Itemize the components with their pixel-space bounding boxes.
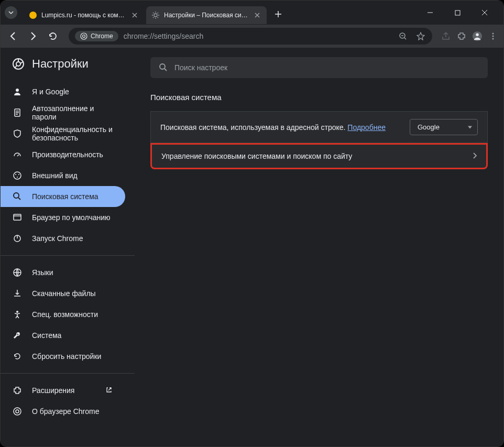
- svg-point-16: [15, 174, 16, 175]
- sidebar-item-performance[interactable]: Производительность: [1, 144, 125, 165]
- tab-title: Настройки – Поисковая систем: [164, 12, 249, 19]
- search-settings-bar[interactable]: [150, 57, 488, 78]
- forward-button[interactable]: [26, 29, 40, 43]
- tabs-dropdown[interactable]: [5, 6, 17, 19]
- svg-point-0: [29, 12, 37, 19]
- svg-rect-2: [455, 10, 460, 15]
- palette-icon: [12, 170, 23, 181]
- sidebar-item-autofill[interactable]: Автозаполнение и пароли: [1, 102, 125, 123]
- new-tab-button[interactable]: [271, 7, 286, 21]
- sidebar-item-system[interactable]: Система: [1, 325, 125, 346]
- main-content: Поисковая система Поисковая система, исп…: [135, 48, 503, 446]
- search-engine-row: Поисковая система, используемая в адресн…: [150, 111, 488, 143]
- search-icon: [12, 191, 23, 202]
- svg-rect-20: [14, 214, 21, 220]
- settings-header: Настройки: [1, 57, 135, 81]
- svg-point-17: [18, 174, 19, 175]
- tab-settings[interactable]: Настройки – Поисковая систем: [146, 6, 267, 24]
- window-maximize[interactable]: [447, 4, 468, 21]
- svg-point-8: [492, 33, 494, 35]
- sidebar-item-search-engine[interactable]: Поисковая система: [1, 186, 125, 207]
- search-settings-input[interactable]: [174, 63, 479, 72]
- svg-point-25: [16, 410, 19, 413]
- chevron-down-icon: [8, 10, 14, 15]
- chrome-logo-icon: [12, 58, 25, 70]
- svg-point-15: [14, 172, 21, 179]
- separator: [1, 373, 135, 374]
- sidebar-item-downloads[interactable]: Скачанные файлы: [1, 283, 125, 304]
- svg-point-12: [16, 62, 20, 66]
- download-icon: [12, 288, 23, 299]
- extensions-icon[interactable]: [456, 31, 467, 41]
- favicon-lumpics: [29, 11, 37, 19]
- sidebar-item-privacy[interactable]: Конфиденциальность и безопасность: [1, 123, 125, 144]
- svg-point-18: [17, 177, 18, 178]
- svg-point-1: [154, 14, 157, 17]
- section-title: Поисковая система: [150, 93, 488, 102]
- settings-title: Настройки: [32, 57, 89, 71]
- svg-point-7: [476, 34, 478, 36]
- chevron-right-icon: [473, 152, 477, 160]
- url-text: chrome://settings/search: [124, 32, 392, 40]
- sidebar-item-about[interactable]: О браузере Chrome: [1, 401, 125, 422]
- sidebar: Настройки Я и Google Автозаполнение и па…: [1, 48, 135, 446]
- share-icon[interactable]: [441, 31, 451, 41]
- svg-point-4: [83, 35, 85, 38]
- row-text: Поисковая система, используемая в адресн…: [160, 123, 399, 132]
- plus-icon: [275, 10, 282, 18]
- puzzle-icon: [12, 385, 23, 396]
- sidebar-item-reset[interactable]: Сбросить настройки: [1, 346, 125, 367]
- sidebar-item-languages[interactable]: Языки: [1, 262, 125, 283]
- address-bar[interactable]: Chrome chrome://settings/search: [69, 28, 432, 45]
- profile-icon[interactable]: [472, 31, 483, 41]
- wrench-icon: [12, 330, 23, 341]
- external-link-icon: [105, 386, 114, 395]
- reset-icon: [12, 351, 23, 362]
- sidebar-item-accessibility[interactable]: Спец. возможности: [1, 304, 125, 325]
- zoom-icon[interactable]: [398, 31, 408, 41]
- chrome-icon: [80, 32, 87, 40]
- chrome-chip: Chrome: [75, 31, 118, 41]
- globe-icon: [12, 267, 23, 278]
- shield-icon: [12, 128, 23, 139]
- tab-title: Lumpics.ru - помощь с компью: [41, 12, 126, 19]
- speedometer-icon: [12, 149, 23, 160]
- window-close[interactable]: [474, 4, 495, 21]
- svg-point-19: [14, 193, 19, 198]
- sidebar-item-you-and-google[interactable]: Я и Google: [1, 81, 125, 102]
- browser-icon: [12, 212, 23, 223]
- search-icon: [159, 63, 168, 72]
- svg-point-3: [81, 33, 87, 39]
- accessibility-icon: [12, 309, 23, 320]
- manage-search-engines-row[interactable]: Управление поисковыми системами и поиско…: [150, 143, 488, 169]
- clipboard-icon: [12, 107, 23, 118]
- svg-point-10: [492, 38, 494, 40]
- titlebar: Lumpics.ru - помощь с компью Настройки –…: [1, 1, 503, 25]
- close-icon[interactable]: [253, 11, 261, 19]
- reload-button[interactable]: [46, 29, 60, 43]
- row-text: Управление поисковыми системами и поиско…: [161, 152, 466, 160]
- svg-point-24: [14, 408, 21, 415]
- tab-lumpics[interactable]: Lumpics.ru - помощь с компью: [24, 6, 144, 24]
- back-button[interactable]: [6, 29, 20, 43]
- window-minimize[interactable]: [420, 4, 441, 21]
- sidebar-item-extensions[interactable]: Расширения: [1, 380, 125, 401]
- toolbar: Chrome chrome://settings/search: [1, 25, 503, 48]
- sidebar-item-startup[interactable]: Запуск Chrome: [1, 228, 125, 249]
- menu-icon[interactable]: [488, 31, 498, 41]
- sidebar-item-default-browser[interactable]: Браузер по умолчанию: [1, 207, 125, 228]
- person-icon: [12, 86, 23, 97]
- close-icon[interactable]: [130, 11, 139, 19]
- sidebar-item-appearance[interactable]: Внешний вид: [1, 165, 125, 186]
- learn-more-link[interactable]: Подробнее: [347, 123, 386, 132]
- svg-point-9: [492, 36, 494, 37]
- separator: [1, 255, 135, 256]
- power-icon: [12, 233, 23, 244]
- bookmark-icon[interactable]: [415, 31, 426, 41]
- chrome-icon: [12, 406, 23, 417]
- search-engine-dropdown[interactable]: Google: [410, 119, 478, 135]
- svg-point-13: [16, 89, 19, 92]
- chrome-label: Chrome: [91, 32, 113, 40]
- svg-point-23: [16, 311, 18, 313]
- gear-icon: [151, 11, 160, 19]
